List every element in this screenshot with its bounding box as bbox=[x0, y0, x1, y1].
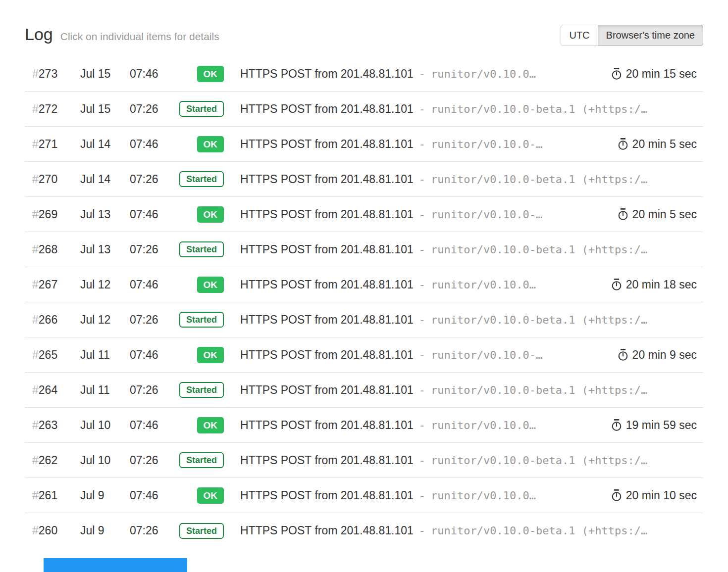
status-badge: OK bbox=[197, 277, 224, 293]
event-date: Jul 15 bbox=[80, 67, 130, 81]
event-duration: 20 min 9 sec bbox=[617, 348, 697, 362]
event-number: #272 bbox=[32, 102, 80, 116]
status-badge-cell: OK bbox=[174, 487, 224, 504]
event-number-value: 270 bbox=[39, 173, 57, 186]
hash-prefix: # bbox=[32, 173, 39, 186]
hash-prefix: # bbox=[32, 489, 39, 502]
event-number: #265 bbox=[32, 348, 80, 362]
event-number-value: 261 bbox=[39, 489, 57, 502]
event-text: HTTPS POST from 201.48.81.101 bbox=[240, 102, 414, 115]
event-time: 07:26 bbox=[130, 524, 174, 537]
event-description: HTTPS POST from 201.48.81.101-runitor/v0… bbox=[240, 67, 604, 81]
event-date: Jul 10 bbox=[80, 419, 130, 432]
log-row[interactable]: #260 Jul 9 07:26 Started HTTPS POST from… bbox=[25, 513, 703, 548]
event-duration: 20 min 5 sec bbox=[617, 208, 697, 221]
hash-prefix: # bbox=[32, 278, 39, 291]
log-table: #273 Jul 15 07:46 OK HTTPS POST from 201… bbox=[25, 56, 703, 548]
status-badge-cell: Started bbox=[174, 312, 224, 328]
event-time: 07:46 bbox=[130, 489, 174, 502]
separator-dash: - bbox=[419, 314, 425, 326]
stopwatch-icon bbox=[611, 419, 623, 431]
user-agent-text: runitor/v0.10.0… bbox=[431, 68, 536, 80]
event-description: HTTPS POST from 201.48.81.101-runitor/v0… bbox=[240, 348, 610, 362]
user-agent-text: runitor/v0.10.0-beta.1 (+https:/… bbox=[431, 314, 647, 326]
log-row[interactable]: #261 Jul 9 07:46 OK HTTPS POST from 201.… bbox=[25, 478, 703, 513]
event-description: HTTPS POST from 201.48.81.101-runitor/v0… bbox=[240, 173, 697, 186]
event-text: HTTPS POST from 201.48.81.101 bbox=[240, 489, 414, 502]
status-badge: OK bbox=[197, 417, 224, 433]
log-row[interactable]: #263 Jul 10 07:46 OK HTTPS POST from 201… bbox=[25, 408, 703, 443]
event-date: Jul 10 bbox=[80, 454, 130, 467]
event-time: 07:46 bbox=[130, 67, 174, 81]
stopwatch-icon bbox=[617, 348, 629, 361]
utc-button[interactable]: UTC bbox=[561, 25, 598, 46]
status-badge-cell: Started bbox=[174, 101, 224, 117]
hash-prefix: # bbox=[32, 138, 39, 150]
duration-text: 20 min 18 sec bbox=[626, 278, 697, 291]
log-row[interactable]: #265 Jul 11 07:46 OK HTTPS POST from 201… bbox=[25, 337, 703, 373]
event-time: 07:26 bbox=[130, 102, 174, 116]
event-description: HTTPS POST from 201.48.81.101-runitor/v0… bbox=[240, 278, 604, 291]
hash-prefix: # bbox=[32, 313, 39, 326]
duration-text: 20 min 5 sec bbox=[632, 208, 697, 221]
event-number-value: 266 bbox=[39, 313, 57, 326]
stopwatch-icon bbox=[611, 489, 623, 502]
event-date: Jul 11 bbox=[80, 348, 130, 362]
page-title: Log bbox=[25, 25, 53, 44]
status-badge-cell: OK bbox=[174, 417, 224, 433]
event-text: HTTPS POST from 201.48.81.101 bbox=[240, 173, 414, 186]
event-duration: 20 min 15 sec bbox=[611, 67, 697, 81]
separator-dash: - bbox=[419, 349, 425, 361]
user-agent-text: runitor/v0.10.0… bbox=[431, 419, 536, 431]
event-number: #271 bbox=[32, 138, 80, 151]
event-text: HTTPS POST from 201.48.81.101 bbox=[240, 278, 414, 291]
hash-prefix: # bbox=[32, 454, 39, 467]
log-row[interactable]: #264 Jul 11 07:26 Started HTTPS POST fro… bbox=[25, 373, 703, 408]
event-description: HTTPS POST from 201.48.81.101-runitor/v0… bbox=[240, 313, 697, 327]
timezone-toggle: UTC Browser's time zone bbox=[561, 25, 703, 46]
log-row[interactable]: #266 Jul 12 07:26 Started HTTPS POST fro… bbox=[25, 302, 703, 337]
log-row[interactable]: #271 Jul 14 07:46 OK HTTPS POST from 201… bbox=[25, 127, 703, 162]
separator-dash: - bbox=[419, 173, 425, 186]
event-description: HTTPS POST from 201.48.81.101-runitor/v0… bbox=[240, 454, 697, 467]
separator-dash: - bbox=[419, 279, 425, 291]
log-row[interactable]: #273 Jul 15 07:46 OK HTTPS POST from 201… bbox=[25, 56, 703, 92]
event-number-value: 265 bbox=[39, 348, 57, 361]
user-agent-text: runitor/v0.10.0-… bbox=[431, 349, 542, 361]
event-description: HTTPS POST from 201.48.81.101-runitor/v0… bbox=[240, 524, 697, 537]
stopwatch-icon bbox=[611, 67, 623, 80]
status-badge: Started bbox=[179, 382, 224, 398]
status-badge: Started bbox=[179, 452, 224, 468]
event-text: HTTPS POST from 201.48.81.101 bbox=[240, 419, 414, 431]
status-badge: OK bbox=[197, 66, 224, 82]
stopwatch-icon bbox=[617, 138, 629, 150]
status-badge: Started bbox=[179, 241, 224, 257]
log-row[interactable]: #268 Jul 13 07:26 Started HTTPS POST fro… bbox=[25, 232, 703, 267]
log-row[interactable]: #270 Jul 14 07:26 Started HTTPS POST fro… bbox=[25, 162, 703, 197]
event-number-value: 269 bbox=[39, 208, 57, 221]
duration-text: 20 min 9 sec bbox=[632, 348, 697, 362]
event-text: HTTPS POST from 201.48.81.101 bbox=[240, 383, 414, 396]
event-duration: 19 min 59 sec bbox=[611, 419, 697, 432]
log-row[interactable]: #267 Jul 12 07:46 OK HTTPS POST from 201… bbox=[25, 267, 703, 302]
event-time: 07:26 bbox=[130, 173, 174, 186]
status-badge-cell: Started bbox=[174, 452, 224, 468]
log-row[interactable]: #272 Jul 15 07:26 Started HTTPS POST fro… bbox=[25, 92, 703, 127]
stopwatch-icon bbox=[611, 278, 623, 291]
event-text: HTTPS POST from 201.48.81.101 bbox=[240, 208, 414, 221]
event-number-value: 262 bbox=[39, 454, 57, 467]
bottom-blue-bar bbox=[44, 558, 187, 572]
status-badge: Started bbox=[179, 171, 224, 187]
event-date: Jul 9 bbox=[80, 524, 130, 537]
event-time: 07:26 bbox=[130, 454, 174, 467]
browser-timezone-button[interactable]: Browser's time zone bbox=[598, 25, 703, 46]
log-row[interactable]: #262 Jul 10 07:26 Started HTTPS POST fro… bbox=[25, 443, 703, 478]
log-row[interactable]: #269 Jul 13 07:46 OK HTTPS POST from 201… bbox=[25, 197, 703, 232]
page-subtitle: Click on individual items for details bbox=[60, 31, 219, 43]
event-text: HTTPS POST from 201.48.81.101 bbox=[240, 67, 414, 80]
event-date: Jul 11 bbox=[80, 383, 130, 397]
user-agent-text: runitor/v0.10.0-beta.1 (+https:/… bbox=[431, 384, 647, 396]
user-agent-text: runitor/v0.10.0-beta.1 (+https:/… bbox=[431, 103, 647, 115]
status-badge: OK bbox=[197, 136, 224, 152]
log-page: Log Click on individual items for detail… bbox=[0, 25, 728, 548]
